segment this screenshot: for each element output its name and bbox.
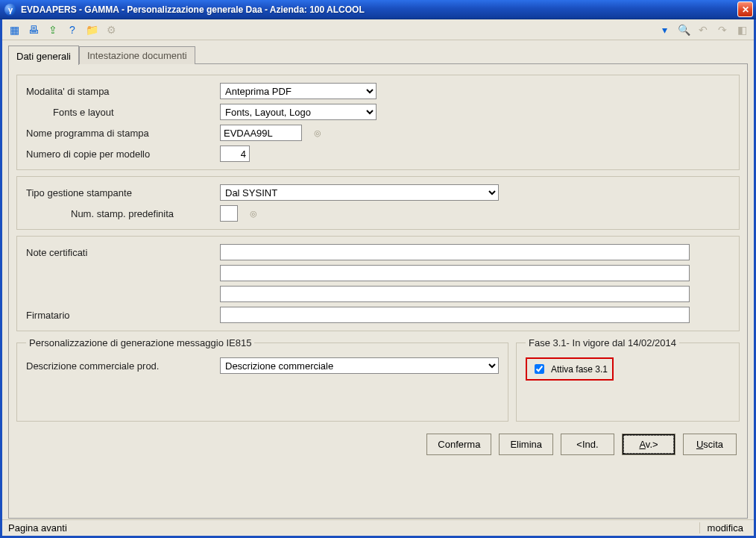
exit-button[interactable]: Uscita (683, 434, 737, 455)
toolbar-folder-icon[interactable]: 📁 (84, 22, 99, 37)
toolbar-file-icon[interactable]: ▦ (7, 22, 22, 37)
input-default-printer[interactable] (220, 205, 238, 222)
label-notes: Note certificati (26, 247, 212, 258)
select-print-mode[interactable]: Anteprima PDF (220, 83, 377, 99)
input-program-name[interactable] (220, 125, 302, 141)
delete-button[interactable]: Elimina (499, 434, 553, 455)
toolbar-dropdown-icon[interactable]: ▾ (657, 22, 672, 37)
bottom-fieldset-row: Personalizzazione di generazione messagg… (16, 337, 740, 422)
confirm-button[interactable]: Conferma (426, 434, 491, 455)
toolbar-search-icon[interactable]: 🔍 (676, 22, 691, 37)
label-print-mode: Modalita' di stampa (26, 86, 212, 97)
input-notes-3[interactable] (220, 286, 690, 302)
input-notes-1[interactable] (220, 244, 690, 260)
legend-fase31: Fase 3.1- In vigore dal 14/02/2014 (526, 337, 679, 348)
toolbar-left: ▦ 🖶 ⇪ ? 📁 ⚙ (7, 22, 119, 37)
label-signer: Firmatario (26, 310, 212, 321)
toolbar-undo-icon[interactable]: ↶ (696, 22, 711, 37)
fieldset-fase31: Fase 3.1- In vigore dal 14/02/2014 Attiv… (516, 337, 740, 422)
titlebar: γ EVDAAPERS - GAMMA - Personalizzazione … (0, 0, 756, 19)
input-copies[interactable] (220, 146, 250, 162)
toolbar-export-icon[interactable]: ⇪ (45, 22, 60, 37)
tab-header[interactable]: Intestazione documenti (79, 46, 195, 64)
toolbar-print-icon[interactable]: 🖶 (26, 22, 41, 37)
next-button[interactable]: Av.> (622, 434, 675, 455)
tab-panel-general: Modalita' di stampa Anteprima PDF Fonts … (8, 63, 748, 519)
lookup-icon-2[interactable]: ◎ (248, 208, 259, 219)
label-copies: Numero di copie per modello (26, 148, 212, 160)
checkbox-attiva-fase31[interactable] (535, 364, 544, 374)
label-program-name: Nome programma di stampa (26, 128, 212, 139)
input-notes-2[interactable] (220, 265, 690, 281)
legend-ie815: Personalizzazione di generazione messagg… (26, 337, 254, 348)
group-print-settings: Modalita' di stampa Anteprima PDF Fonts … (16, 75, 740, 170)
close-button[interactable]: ✕ (737, 1, 753, 17)
label-attiva-fase31: Attiva fase 3.1 (551, 364, 608, 375)
toolbar: ▦ 🖶 ⇪ ? 📁 ⚙ ▾ 🔍 ↶ ↷ ◧ (2, 19, 754, 40)
group-printer-management: Tipo gestione stampante Dal SYSINT Num. … (16, 176, 740, 230)
label-printer-type: Tipo gestione stampante (26, 187, 212, 198)
content-area: Dati generali Intestazione documenti Mod… (2, 40, 754, 519)
select-desc-comm[interactable]: Descrizione commerciale (220, 357, 499, 374)
select-printer-type[interactable]: Dal SYSINT (220, 184, 499, 201)
toolbar-help-icon[interactable]: ? (65, 22, 80, 37)
window-frame: ▦ 🖶 ⇪ ? 📁 ⚙ ▾ 🔍 ↶ ↷ ◧ Dati generali Inte… (0, 19, 756, 538)
tab-general[interactable]: Dati generali (8, 46, 79, 65)
lookup-icon[interactable]: ◎ (312, 128, 323, 138)
toolbar-gear-icon[interactable]: ⚙ (104, 22, 119, 37)
fieldset-ie815: Personalizzazione di generazione messagg… (16, 337, 508, 422)
toolbar-exit-icon[interactable]: ◧ (734, 22, 749, 37)
select-fonts-layout[interactable]: Fonts, Layout, Logo (220, 104, 377, 120)
label-desc-comm: Descrizione commerciale prod. (26, 360, 212, 372)
input-signer[interactable] (220, 307, 690, 323)
prev-button[interactable]: <Ind. (561, 434, 614, 455)
status-left: Pagina avanti (5, 522, 699, 534)
toolbar-redo-icon[interactable]: ↷ (715, 22, 730, 37)
status-right: modifica (699, 522, 751, 534)
label-default-printer: Num. stamp. predefinita (26, 208, 212, 219)
toolbar-right: ▾ 🔍 ↶ ↷ ◧ (657, 22, 749, 37)
app-icon: γ (4, 4, 16, 16)
button-bar: Conferma Elimina <Ind. Av.> Uscita (16, 428, 740, 460)
group-notes: Note certificati Firmatario (16, 236, 740, 331)
window-title: EVDAAPERS - GAMMA - Personalizzazione ge… (21, 4, 737, 15)
highlight-attiva-fase: Attiva fase 3.1 (526, 357, 614, 381)
statusbar: Pagina avanti modifica (2, 519, 754, 536)
tabs: Dati generali Intestazione documenti (8, 45, 748, 64)
label-fonts-layout: Fonts e layout (26, 107, 212, 118)
